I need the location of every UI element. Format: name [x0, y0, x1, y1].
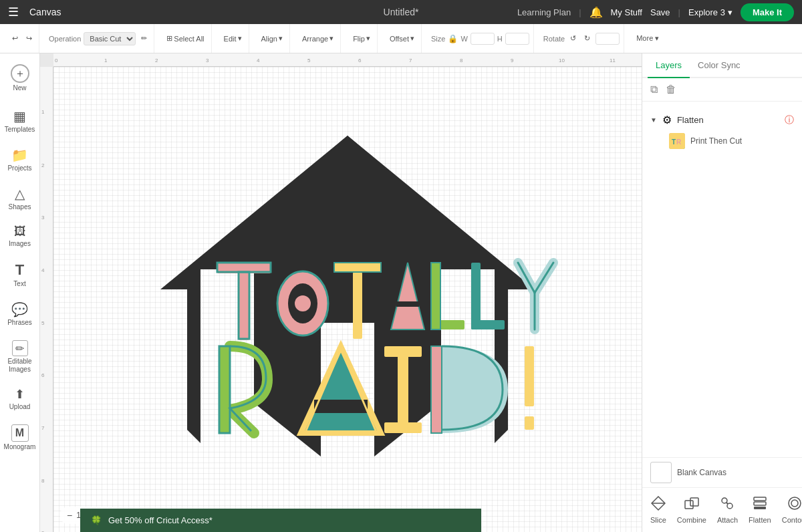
width-input[interactable] — [471, 33, 495, 45]
blank-canvas-row[interactable]: Blank Canvas — [642, 457, 802, 487]
editable-images-icon: ✏ — [12, 340, 28, 356]
menu-icon[interactable]: ☰ — [8, 5, 19, 19]
svg-text:8: 8 — [41, 478, 45, 484]
svg-text:9: 9 — [511, 57, 514, 63]
tab-layers[interactable]: Layers — [648, 53, 690, 78]
svg-rect-55 — [525, 416, 534, 430]
promo-banner[interactable]: 🍀 Get 50% off Cricut Access* — [80, 509, 481, 532]
save-link[interactable]: Save — [650, 7, 670, 17]
rotate-input[interactable] — [595, 33, 620, 45]
panel-actions: ⧉ 🗑 — [642, 78, 802, 102]
edit-label: Edit — [224, 35, 237, 43]
canvas-area[interactable]: 0 1 2 3 4 5 6 7 8 9 10 11 1 2 3 4 5 — [40, 53, 642, 532]
sidebar-item-new[interactable]: ＋ New — [3, 59, 37, 98]
flip-chevron-icon: ▾ — [366, 34, 370, 43]
rotate-left-button[interactable]: ↺ — [567, 33, 579, 44]
sidebar-item-text[interactable]: T Text — [3, 256, 37, 293]
delete-button[interactable]: 🗑 — [666, 84, 676, 96]
more-button[interactable]: More ▾ — [634, 33, 662, 44]
explore-dropdown[interactable]: Explore 3 ▾ — [688, 7, 732, 17]
svg-rect-50 — [384, 346, 422, 357]
svg-rect-52 — [431, 346, 442, 433]
top-nav: ☰ Canvas Untitled* Learning Plan | 🔔 My … — [0, 0, 802, 24]
main-layout: ＋ New ▦ Templates 📁 Projects △ Shapes 🖼 … — [0, 53, 802, 532]
arrange-button[interactable]: Arrange ▾ — [299, 33, 336, 44]
sidebar-item-phrases[interactable]: 💬 Phrases — [3, 296, 37, 332]
svg-rect-38 — [471, 263, 481, 329]
attach-label: Attach — [717, 516, 738, 524]
templates-icon: ▦ — [13, 108, 26, 124]
h-label: H — [497, 35, 503, 43]
zoom-out-button[interactable]: − — [67, 510, 72, 521]
upload-icon: ⬆ — [15, 387, 25, 402]
flip-group: Flip ▾ — [346, 24, 378, 53]
duplicate-button[interactable]: ⧉ — [650, 84, 658, 96]
layer-item-name: Print Then Cut — [690, 136, 742, 146]
sidebar-item-upload[interactable]: ⬆ Upload — [3, 382, 37, 416]
operation-select[interactable]: Basic Cut — [84, 32, 136, 45]
notification-bell-icon[interactable]: 🔔 — [589, 6, 603, 19]
arrange-group: Arrange ▾ — [295, 24, 341, 53]
layer-warning-icon: ⓘ — [785, 114, 794, 126]
svg-point-64 — [727, 503, 732, 509]
size-group: Size 🔒 W H — [427, 24, 534, 53]
rotate-group: Rotate ↺ ↻ — [539, 24, 624, 53]
svg-text:2: 2 — [155, 57, 158, 63]
monogram-icon: M — [11, 424, 29, 442]
redo-button[interactable]: ↪ — [23, 33, 35, 44]
sidebar-item-templates[interactable]: ▦ Templates — [3, 103, 37, 139]
make-it-button[interactable]: Make It — [741, 3, 794, 21]
layer-item-print-then-cut[interactable]: T R Print Then Cut — [650, 129, 794, 153]
svg-rect-67 — [754, 502, 766, 505]
edit-button[interactable]: Edit ▾ — [221, 33, 245, 44]
sidebar: ＋ New ▦ Templates 📁 Projects △ Shapes 🖼 … — [0, 53, 40, 532]
svg-rect-24 — [239, 273, 249, 340]
sidebar-item-projects[interactable]: 📁 Projects — [3, 142, 37, 178]
toolbar: ↩ ↪ Operation Basic Cut ✏ ⊞ Select All E… — [0, 24, 802, 53]
sidebar-item-editable-images[interactable]: ✏ Editable Images — [3, 335, 37, 379]
slice-label: Slice — [650, 516, 666, 524]
attach-button[interactable]: Attach — [712, 493, 743, 527]
align-button[interactable]: Align ▾ — [259, 33, 285, 44]
contour-button[interactable]: Contour — [777, 493, 802, 527]
combine-button[interactable]: Combine — [672, 493, 712, 527]
svg-text:0: 0 — [55, 57, 58, 63]
sidebar-item-label-new: New — [13, 84, 26, 92]
undo-redo-group: ↩ ↪ — [5, 24, 39, 53]
svg-point-63 — [722, 498, 727, 503]
artwork-svg[interactable] — [120, 122, 575, 477]
svg-rect-51 — [384, 422, 422, 433]
sidebar-item-label-phrases: Phrases — [7, 319, 32, 327]
rotate-right-button[interactable]: ↻ — [581, 33, 593, 44]
undo-button[interactable]: ↩ — [9, 33, 21, 44]
svg-rect-68 — [754, 507, 766, 509]
height-input[interactable] — [505, 33, 529, 45]
flatten-button[interactable]: Flatten — [743, 493, 777, 527]
tab-color-sync[interactable]: Color Sync — [690, 53, 749, 78]
ruler-left: 1 2 3 4 5 6 7 8 9 — [40, 67, 53, 532]
svg-text:1: 1 — [104, 57, 108, 63]
learning-plan-link[interactable]: Learning Plan — [517, 7, 571, 17]
svg-rect-35 — [431, 263, 440, 329]
promo-text: Get 50% off Cricut Access* — [108, 515, 213, 525]
offset-chevron-icon: ▾ — [410, 34, 414, 43]
doc-title: Untitled* — [384, 7, 419, 17]
sidebar-item-images[interactable]: 🖼 Images — [3, 219, 37, 253]
layer-group-header-flatten[interactable]: ▼ ⚙ Flatten ⓘ — [650, 111, 794, 129]
edit-pen-button[interactable]: ✏ — [138, 33, 150, 44]
sidebar-item-shapes[interactable]: △ Shapes — [3, 180, 37, 217]
slice-button[interactable]: Slice — [645, 493, 672, 527]
flip-button[interactable]: Flip ▾ — [350, 33, 373, 44]
flatten-icon — [753, 496, 767, 514]
select-all-button[interactable]: ⊞ Select All — [164, 33, 207, 44]
combine-label: Combine — [677, 516, 706, 524]
svg-rect-61 — [685, 501, 693, 509]
sidebar-item-monogram[interactable]: M Monogram — [3, 419, 37, 456]
rotate-label: Rotate — [543, 35, 565, 43]
svg-text:3: 3 — [41, 215, 45, 221]
my-stuff-link[interactable]: My Stuff — [611, 7, 642, 17]
offset-button[interactable]: Offset ▾ — [387, 33, 417, 44]
svg-text:3: 3 — [206, 57, 209, 63]
svg-rect-62 — [690, 498, 698, 506]
explore-label: Explore 3 — [688, 7, 725, 17]
